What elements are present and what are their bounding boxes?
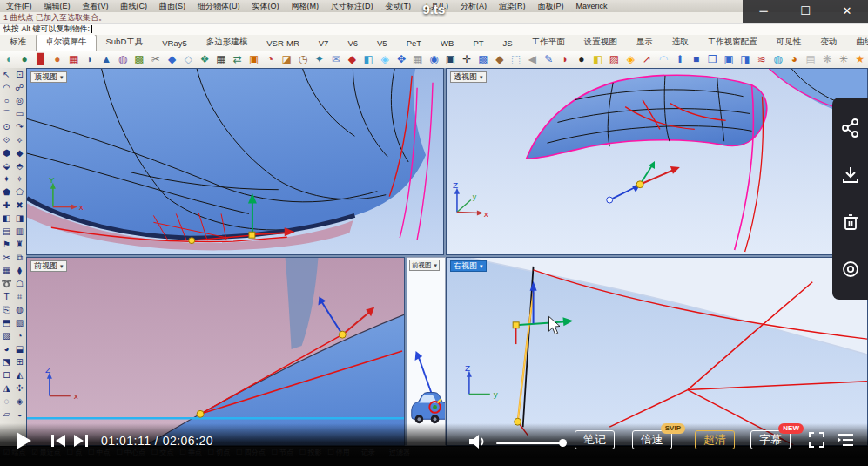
- toolbar-icon[interactable]: ▦: [65, 51, 82, 68]
- tool-icon[interactable]: ▱: [0, 408, 13, 421]
- toolbar-icon[interactable]: ✛: [459, 51, 475, 68]
- tool-icon[interactable]: ✖: [13, 199, 26, 212]
- tool-icon[interactable]: ✂: [0, 251, 13, 264]
- settings-icon[interactable]: [840, 259, 861, 280]
- tool-icon[interactable]: ⬢: [0, 146, 13, 159]
- tool-icon[interactable]: ↖: [0, 68, 13, 81]
- toolbar-icon[interactable]: ✉: [327, 51, 344, 68]
- toolbar-tab[interactable]: V5: [367, 36, 397, 51]
- toolbar-icon[interactable]: ▲: [98, 51, 115, 68]
- toolbar-icon[interactable]: ◉: [426, 51, 442, 68]
- minimize-button[interactable]: ─: [750, 0, 777, 23]
- menu-item[interactable]: 尺寸标注(D): [325, 1, 380, 12]
- toolbar-tab[interactable]: VRay5: [152, 36, 197, 51]
- toolbar-icon[interactable]: ★: [851, 51, 868, 68]
- toolbar-icon[interactable]: ●: [49, 51, 65, 68]
- toolbar-icon[interactable]: ▤: [803, 51, 819, 68]
- toolbar-icon[interactable]: ◨: [737, 51, 754, 68]
- viewport-label-front[interactable]: 前视图▾: [30, 260, 67, 272]
- tool-icon[interactable]: ⚑: [0, 238, 13, 251]
- tool-icon[interactable]: ▤: [0, 225, 13, 238]
- menu-item[interactable]: 曲线(C): [115, 1, 154, 12]
- volume-slider[interactable]: [496, 442, 564, 444]
- menu-item[interactable]: 实体(O): [246, 1, 286, 12]
- toolbar-icon[interactable]: ◕: [786, 51, 803, 68]
- maximize-button[interactable]: ☐: [792, 0, 818, 23]
- toolbar-tab[interactable]: 变动: [811, 35, 846, 51]
- close-button[interactable]: ✕: [834, 0, 860, 23]
- volume-slider-handle[interactable]: [559, 439, 567, 447]
- volume-icon[interactable]: [468, 434, 488, 449]
- viewport-perspective-canvas[interactable]: Z y x: [447, 69, 867, 254]
- toolbar-icon[interactable]: ▣: [246, 51, 262, 68]
- tool-icon[interactable]: ➰: [0, 277, 13, 290]
- viewport-top-canvas[interactable]: Y x: [27, 69, 443, 254]
- toolbar-icon[interactable]: ◪: [279, 51, 295, 68]
- tool-icon[interactable]: ◆: [13, 146, 26, 159]
- toolbar-icon[interactable]: ▦: [409, 51, 426, 68]
- toolbar-icon[interactable]: ◖: [0, 51, 17, 68]
- quality-button[interactable]: 超清: [695, 430, 735, 449]
- viewport-front[interactable]: Z x 前视图▾: [26, 257, 405, 446]
- toolbar-icon[interactable]: ⇄: [229, 51, 246, 68]
- toolbar-icon[interactable]: ◗: [557, 51, 574, 68]
- toolbar-icon[interactable]: ✎: [541, 51, 557, 68]
- tool-icon[interactable]: ⬔: [0, 355, 13, 368]
- tool-icon[interactable]: ⟡: [13, 133, 26, 146]
- toolbar-icon[interactable]: ✥: [394, 51, 410, 68]
- menu-item[interactable]: 文件(F): [0, 1, 38, 12]
- toolbar-icon[interactable]: ❒: [704, 51, 721, 68]
- tool-icon[interactable]: ⎘: [0, 303, 13, 316]
- toolbar-tab[interactable]: WB: [431, 36, 463, 51]
- download-icon[interactable]: [840, 165, 861, 186]
- toolbar-icon[interactable]: ❋: [819, 51, 836, 68]
- toolbar-tab[interactable]: 多边形建模: [197, 35, 258, 51]
- tool-icon[interactable]: ⧉: [13, 251, 26, 264]
- toolbar-icon[interactable]: ◍: [770, 51, 786, 68]
- play-button[interactable]: [14, 430, 33, 451]
- toolbar-icon[interactable]: ▦: [213, 51, 230, 68]
- tool-icon[interactable]: ◭: [13, 368, 26, 382]
- tool-icon[interactable]: ✣: [13, 382, 26, 395]
- toolbar-tab[interactable]: VSR-MR: [257, 36, 308, 51]
- playlist-icon[interactable]: [836, 432, 855, 448]
- delete-icon[interactable]: [840, 212, 861, 233]
- menu-item[interactable]: 编辑(E): [38, 1, 77, 12]
- menu-item[interactable]: 查看(V): [77, 1, 115, 12]
- tool-icon[interactable]: ♜: [13, 238, 26, 251]
- tool-icon[interactable]: ✧: [13, 172, 26, 186]
- toolbar-icon[interactable]: ▩: [475, 51, 492, 68]
- viewport-perspective[interactable]: Z y x 透视图▾: [446, 68, 868, 255]
- toolbar-tab[interactable]: JS: [494, 36, 522, 51]
- toolbar-tab[interactable]: V7: [309, 36, 339, 51]
- tool-icon[interactable]: ▨: [0, 329, 13, 342]
- viewport-label-mini[interactable]: 前视图▾: [409, 260, 440, 271]
- tool-icon[interactable]: ⬓: [13, 342, 26, 355]
- toolbar-tab[interactable]: 选取: [663, 35, 698, 51]
- toolbar-icon[interactable]: ◆: [491, 51, 508, 68]
- toolbar-tab[interactable]: PeT: [397, 36, 431, 51]
- toolbar-icon[interactable]: ✦: [311, 51, 327, 68]
- tool-icon[interactable]: ◕: [0, 342, 13, 355]
- speed-button[interactable]: 倍速SVIP: [632, 430, 672, 449]
- tool-icon[interactable]: ✦: [0, 172, 13, 186]
- menu-item[interactable]: 细分物体(U): [192, 1, 246, 12]
- tool-icon[interactable]: T: [0, 290, 13, 303]
- tool-icon[interactable]: ◍: [13, 303, 26, 316]
- toolbar-icon[interactable]: ◀: [524, 51, 541, 68]
- tool-icon[interactable]: ⬠: [13, 186, 26, 199]
- toolbar-icon[interactable]: ◧: [360, 51, 377, 68]
- toolbar-tab[interactable]: 设置视图: [575, 35, 627, 51]
- viewport-front-canvas[interactable]: Z x: [27, 258, 404, 445]
- tool-icon[interactable]: ◒: [13, 408, 26, 421]
- toolbar-icon[interactable]: ◆: [164, 51, 180, 68]
- share-icon[interactable]: [840, 118, 861, 138]
- subtitles-button[interactable]: 字幕NEW: [750, 430, 791, 449]
- toolbar-icon[interactable]: ▣: [442, 51, 459, 68]
- tool-icon[interactable]: ☍: [13, 81, 26, 94]
- toolbar-icon[interactable]: ◧: [589, 51, 606, 68]
- tool-icon[interactable]: ⌗: [13, 290, 26, 303]
- tool-icon[interactable]: ◧: [0, 212, 13, 225]
- viewport-right[interactable]: Z y 右视图▾: [446, 257, 868, 446]
- tool-icon[interactable]: ◨: [13, 212, 26, 225]
